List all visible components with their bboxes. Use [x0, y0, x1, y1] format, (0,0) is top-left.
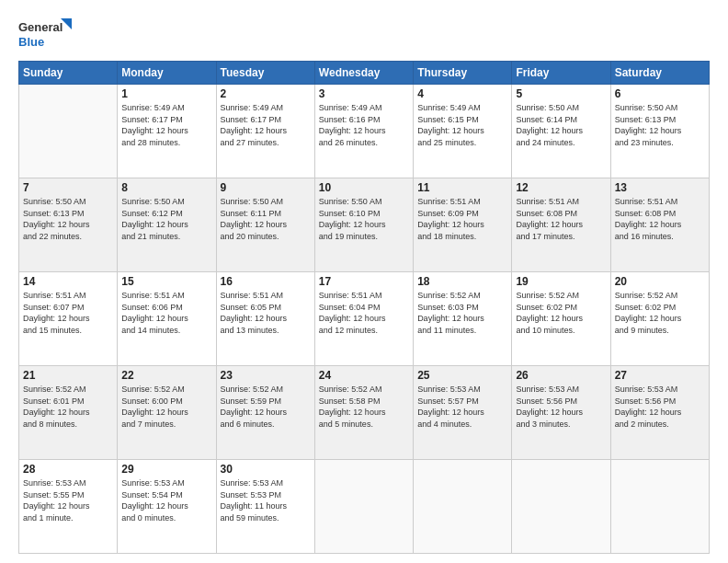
calendar-cell: 23Sunrise: 5:52 AM Sunset: 5:59 PM Dayli…: [216, 366, 314, 460]
calendar-cell: 20Sunrise: 5:52 AM Sunset: 6:02 PM Dayli…: [610, 272, 709, 366]
calendar-week-4: 21Sunrise: 5:52 AM Sunset: 6:01 PM Dayli…: [19, 366, 710, 460]
day-info: Sunrise: 5:50 AM Sunset: 6:11 PM Dayligh…: [221, 196, 311, 242]
col-header-wednesday: Wednesday: [314, 62, 413, 85]
calendar-cell: 27Sunrise: 5:53 AM Sunset: 5:56 PM Dayli…: [610, 366, 709, 460]
day-info: Sunrise: 5:51 AM Sunset: 6:07 PM Dayligh…: [23, 290, 113, 336]
calendar-week-1: 1Sunrise: 5:49 AM Sunset: 6:17 PM Daylig…: [19, 85, 710, 178]
day-info: Sunrise: 5:53 AM Sunset: 5:54 PM Dayligh…: [121, 477, 211, 523]
day-info: Sunrise: 5:50 AM Sunset: 6:13 PM Dayligh…: [615, 102, 705, 148]
calendar-header-row: SundayMondayTuesdayWednesdayThursdayFrid…: [19, 62, 710, 85]
day-number: 4: [417, 87, 507, 100]
col-header-friday: Friday: [512, 62, 610, 85]
day-number: 13: [615, 181, 705, 194]
svg-text:General: General: [18, 20, 63, 34]
calendar-cell: 6Sunrise: 5:50 AM Sunset: 6:13 PM Daylig…: [610, 85, 709, 178]
col-header-tuesday: Tuesday: [216, 62, 314, 85]
day-info: Sunrise: 5:53 AM Sunset: 5:55 PM Dayligh…: [23, 477, 113, 523]
day-number: 9: [221, 181, 311, 194]
day-number: 23: [221, 369, 311, 382]
day-info: Sunrise: 5:50 AM Sunset: 6:10 PM Dayligh…: [319, 196, 409, 242]
calendar-cell: [414, 460, 512, 554]
calendar-cell: 10Sunrise: 5:50 AM Sunset: 6:10 PM Dayli…: [314, 178, 413, 272]
day-info: Sunrise: 5:53 AM Sunset: 5:56 PM Dayligh…: [615, 384, 705, 430]
day-number: 30: [221, 463, 311, 476]
calendar-cell: [19, 85, 118, 178]
day-info: Sunrise: 5:49 AM Sunset: 6:15 PM Dayligh…: [417, 102, 507, 148]
day-info: Sunrise: 5:53 AM Sunset: 5:57 PM Dayligh…: [417, 384, 507, 430]
page: General Blue SundayMondayTuesdayWednesda…: [0, 0, 728, 563]
day-number: 3: [319, 87, 409, 100]
day-info: Sunrise: 5:53 AM Sunset: 5:56 PM Dayligh…: [516, 384, 606, 430]
day-number: 16: [221, 275, 311, 288]
calendar-cell: [314, 460, 413, 554]
calendar-table: SundayMondayTuesdayWednesdayThursdayFrid…: [18, 61, 710, 554]
day-number: 8: [121, 181, 211, 194]
day-info: Sunrise: 5:51 AM Sunset: 6:04 PM Dayligh…: [319, 290, 409, 336]
col-header-monday: Monday: [118, 62, 216, 85]
day-number: 5: [516, 87, 606, 100]
calendar-cell: 30Sunrise: 5:53 AM Sunset: 5:53 PM Dayli…: [216, 460, 314, 554]
day-number: 19: [516, 275, 606, 288]
calendar-week-5: 28Sunrise: 5:53 AM Sunset: 5:55 PM Dayli…: [19, 460, 710, 554]
calendar-cell: 28Sunrise: 5:53 AM Sunset: 5:55 PM Dayli…: [19, 460, 118, 554]
calendar-cell: [610, 460, 709, 554]
calendar-cell: 21Sunrise: 5:52 AM Sunset: 6:01 PM Dayli…: [19, 366, 118, 460]
day-number: 20: [615, 275, 705, 288]
day-info: Sunrise: 5:50 AM Sunset: 6:13 PM Dayligh…: [23, 196, 113, 242]
calendar-cell: 11Sunrise: 5:51 AM Sunset: 6:09 PM Dayli…: [414, 178, 512, 272]
calendar-cell: 22Sunrise: 5:52 AM Sunset: 6:00 PM Dayli…: [118, 366, 216, 460]
day-number: 12: [516, 181, 606, 194]
day-number: 27: [615, 369, 705, 382]
calendar-cell: 1Sunrise: 5:49 AM Sunset: 6:17 PM Daylig…: [118, 85, 216, 178]
calendar-cell: 5Sunrise: 5:50 AM Sunset: 6:14 PM Daylig…: [512, 85, 610, 178]
calendar-week-3: 14Sunrise: 5:51 AM Sunset: 6:07 PM Dayli…: [19, 272, 710, 366]
day-number: 18: [417, 275, 507, 288]
day-info: Sunrise: 5:52 AM Sunset: 6:02 PM Dayligh…: [615, 290, 705, 336]
calendar-cell: 18Sunrise: 5:52 AM Sunset: 6:03 PM Dayli…: [414, 272, 512, 366]
day-number: 15: [121, 275, 211, 288]
calendar-cell: 15Sunrise: 5:51 AM Sunset: 6:06 PM Dayli…: [118, 272, 216, 366]
calendar-cell: 29Sunrise: 5:53 AM Sunset: 5:54 PM Dayli…: [118, 460, 216, 554]
calendar-cell: 8Sunrise: 5:50 AM Sunset: 6:12 PM Daylig…: [118, 178, 216, 272]
day-info: Sunrise: 5:49 AM Sunset: 6:16 PM Dayligh…: [319, 102, 409, 148]
calendar-cell: 26Sunrise: 5:53 AM Sunset: 5:56 PM Dayli…: [512, 366, 610, 460]
day-number: 24: [319, 369, 409, 382]
calendar-cell: [512, 460, 610, 554]
day-number: 10: [319, 181, 409, 194]
col-header-thursday: Thursday: [414, 62, 512, 85]
day-number: 1: [121, 87, 211, 100]
day-info: Sunrise: 5:52 AM Sunset: 6:02 PM Dayligh…: [516, 290, 606, 336]
day-info: Sunrise: 5:51 AM Sunset: 6:08 PM Dayligh…: [516, 196, 606, 242]
calendar-cell: 16Sunrise: 5:51 AM Sunset: 6:05 PM Dayli…: [216, 272, 314, 366]
calendar-cell: 14Sunrise: 5:51 AM Sunset: 6:07 PM Dayli…: [19, 272, 118, 366]
calendar-cell: 24Sunrise: 5:52 AM Sunset: 5:58 PM Dayli…: [314, 366, 413, 460]
calendar-cell: 25Sunrise: 5:53 AM Sunset: 5:57 PM Dayli…: [414, 366, 512, 460]
day-info: Sunrise: 5:52 AM Sunset: 6:00 PM Dayligh…: [121, 384, 211, 430]
calendar-week-2: 7Sunrise: 5:50 AM Sunset: 6:13 PM Daylig…: [19, 178, 710, 272]
calendar-cell: 3Sunrise: 5:49 AM Sunset: 6:16 PM Daylig…: [314, 85, 413, 178]
day-number: 6: [615, 87, 705, 100]
calendar-cell: 17Sunrise: 5:51 AM Sunset: 6:04 PM Dayli…: [314, 272, 413, 366]
day-info: Sunrise: 5:51 AM Sunset: 6:09 PM Dayligh…: [417, 196, 507, 242]
day-number: 21: [23, 369, 113, 382]
day-info: Sunrise: 5:52 AM Sunset: 5:58 PM Dayligh…: [319, 384, 409, 430]
day-info: Sunrise: 5:51 AM Sunset: 6:08 PM Dayligh…: [615, 196, 705, 242]
day-number: 22: [121, 369, 211, 382]
calendar-cell: 9Sunrise: 5:50 AM Sunset: 6:11 PM Daylig…: [216, 178, 314, 272]
calendar-cell: 19Sunrise: 5:52 AM Sunset: 6:02 PM Dayli…: [512, 272, 610, 366]
day-number: 29: [121, 463, 211, 476]
day-info: Sunrise: 5:51 AM Sunset: 6:05 PM Dayligh…: [221, 290, 311, 336]
svg-text:Blue: Blue: [18, 35, 44, 49]
day-info: Sunrise: 5:49 AM Sunset: 6:17 PM Dayligh…: [121, 102, 211, 148]
day-info: Sunrise: 5:52 AM Sunset: 6:03 PM Dayligh…: [417, 290, 507, 336]
day-number: 17: [319, 275, 409, 288]
col-header-sunday: Sunday: [19, 62, 118, 85]
day-number: 14: [23, 275, 113, 288]
calendar-cell: 4Sunrise: 5:49 AM Sunset: 6:15 PM Daylig…: [414, 85, 512, 178]
day-info: Sunrise: 5:51 AM Sunset: 6:06 PM Dayligh…: [121, 290, 211, 336]
day-info: Sunrise: 5:50 AM Sunset: 6:12 PM Dayligh…: [121, 196, 211, 242]
calendar-cell: 7Sunrise: 5:50 AM Sunset: 6:13 PM Daylig…: [19, 178, 118, 272]
header: General Blue: [18, 17, 710, 53]
day-info: Sunrise: 5:50 AM Sunset: 6:14 PM Dayligh…: [516, 102, 606, 148]
calendar-cell: 2Sunrise: 5:49 AM Sunset: 6:17 PM Daylig…: [216, 85, 314, 178]
